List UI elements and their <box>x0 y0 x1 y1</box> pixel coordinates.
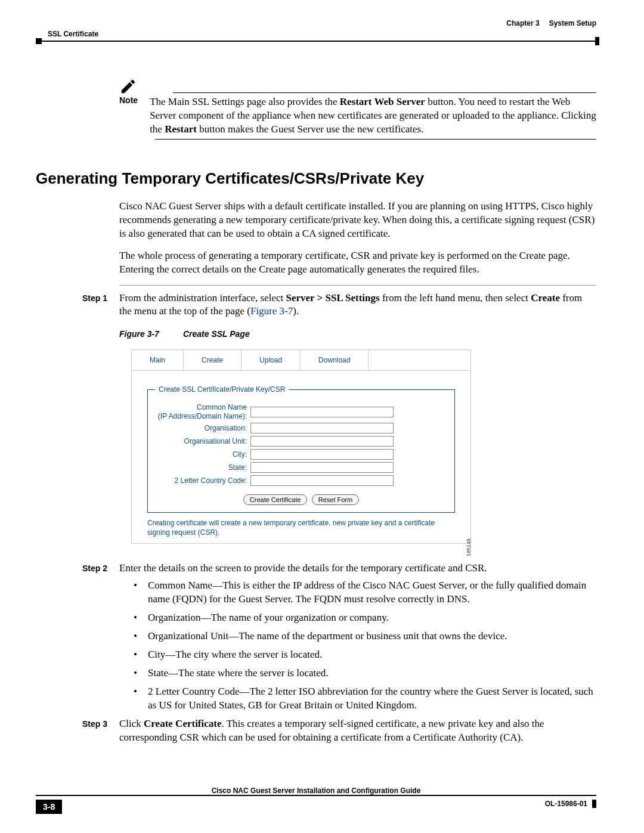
input-organisation[interactable] <box>250 423 394 433</box>
page-number: 3-8 <box>36 800 62 814</box>
figure-id: 185148 <box>466 538 472 556</box>
step-label: Step 1 <box>82 292 119 319</box>
tab-upload[interactable]: Upload <box>242 350 301 370</box>
list-item: •Common Name—This is either the IP addre… <box>134 579 596 606</box>
figure-note: Creating certificate will create a new t… <box>147 519 455 537</box>
label-ou: Organisational Unit: <box>155 437 250 445</box>
step-2: Step 2 Enter the details on the screen t… <box>82 562 596 575</box>
footer-title: Cisco NAC Guest Server Installation and … <box>36 786 596 795</box>
fieldset-legend: Create SSL Certificate/Private Key/CSR <box>155 385 289 394</box>
list-item: •City—The city where the server is locat… <box>134 648 596 662</box>
tab-create[interactable]: Create <box>184 350 242 370</box>
note-block: Note The Main SSL Settings page also pro… <box>119 78 596 140</box>
body-paragraph: The whole process of generating a tempor… <box>119 249 596 277</box>
figure-link[interactable]: Figure 3-7 <box>250 305 293 317</box>
label-organisation: Organisation: <box>155 424 250 432</box>
header-rule <box>38 41 596 42</box>
input-ou[interactable] <box>250 436 394 447</box>
step-1: Step 1 From the administration interface… <box>82 292 596 319</box>
chapter-num: Chapter 3 <box>506 19 539 27</box>
input-common-name[interactable] <box>250 407 394 417</box>
label-common-name: Common Name(IP Address/Domain Name): <box>155 403 250 420</box>
step-3: Step 3 Click Create Certificate. This cr… <box>82 717 596 745</box>
input-country[interactable] <box>250 475 394 486</box>
pencil-icon <box>119 78 137 95</box>
ssl-fieldset: Create SSL Certificate/Private Key/CSR C… <box>147 385 455 513</box>
label-country: 2 Letter Country Code: <box>155 476 250 485</box>
label-city: City: <box>155 450 250 459</box>
bullet-list: •Common Name—This is either the IP addre… <box>134 579 596 713</box>
input-state[interactable] <box>250 462 394 473</box>
section-label: SSL Certificate <box>48 30 98 38</box>
figure-create-ssl: Main Create Upload Download Create SSL C… <box>131 349 471 544</box>
section-heading: Generating Temporary Certificates/CSRs/P… <box>36 169 596 188</box>
step-label: Step 2 <box>82 562 119 575</box>
chapter-title: System Setup <box>549 19 596 27</box>
input-city[interactable] <box>250 449 394 460</box>
page-header-2: SSL Certificate <box>36 30 596 38</box>
body-paragraph: Cisco NAC Guest Server ships with a defa… <box>119 200 596 241</box>
tab-download[interactable]: Download <box>301 350 369 370</box>
list-item: •State—The state where the server is loc… <box>134 667 596 680</box>
create-certificate-button[interactable]: Create Certificate <box>243 494 308 505</box>
list-item: •2 Letter Country Code—The 2 letter ISO … <box>134 685 596 713</box>
reset-form-button[interactable]: Reset Form <box>312 494 359 505</box>
tab-main[interactable]: Main <box>132 350 184 370</box>
figure-caption: Figure 3-7Create SSL Page <box>119 329 596 339</box>
page-footer: Cisco NAC Guest Server Installation and … <box>36 800 596 814</box>
step-label: Step 3 <box>82 717 119 745</box>
note-text: The Main SSL Settings page also provides… <box>150 95 596 137</box>
list-item: •Organizational Unit—The name of the dep… <box>134 630 596 643</box>
tabs: Main Create Upload Download <box>132 350 470 371</box>
list-item: •Organization—The name of your organizat… <box>134 611 596 625</box>
label-state: State: <box>155 463 250 472</box>
page-header: Chapter 3 System Setup <box>36 19 596 27</box>
note-label: Note <box>119 95 138 105</box>
doc-id: OL-15986-01 <box>545 800 587 808</box>
